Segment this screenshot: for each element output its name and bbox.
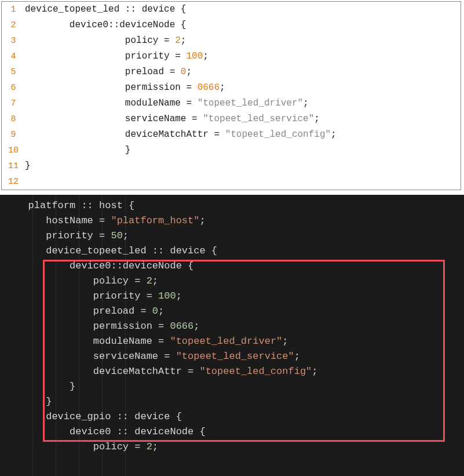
line-number: 4	[2, 49, 25, 64]
code-line: permission = 0666;	[10, 319, 464, 334]
dark-code: platform :: host { hostName = "platform_…	[10, 198, 464, 455]
code-line: preload = 0;	[25, 64, 461, 80]
line-number: 3	[2, 33, 25, 49]
code-line: }	[25, 158, 461, 174]
code-line: policy = 2;	[25, 33, 461, 49]
code-line: device_topeet_led :: device {	[10, 244, 464, 259]
line-number: 5	[2, 64, 25, 80]
line-number: 8	[2, 111, 25, 127]
code-line: device0 :: deviceNode {	[10, 424, 464, 439]
light-gutter: 123456789101112	[2, 2, 25, 190]
code-line: moduleName = "topeet_led_driver";	[10, 334, 464, 349]
code-line: }	[10, 379, 464, 394]
code-line: device0::deviceNode {	[10, 259, 464, 274]
line-number: 11	[2, 158, 25, 174]
code-line: device0::deviceNode {	[25, 17, 461, 33]
light-code-block: 123456789101112 device_topeet_led :: dev…	[1, 1, 461, 190]
line-number: 6	[2, 80, 25, 96]
code-line: }	[25, 143, 461, 158]
code-line: preload = 0;	[10, 304, 464, 319]
code-line: policy = 2;	[10, 274, 464, 289]
code-line: }	[10, 394, 464, 409]
dark-code-editor: platform :: host { hostName = "platform_…	[0, 195, 464, 476]
line-number: 10	[2, 143, 25, 158]
code-line: device_gpio :: device {	[10, 409, 464, 424]
light-code: device_topeet_led :: device { device0::d…	[25, 2, 461, 190]
code-line: deviceMatchAttr = "topeet_led_config";	[25, 127, 461, 143]
code-line: priority = 50;	[10, 228, 464, 244]
code-line: policy = 2;	[10, 439, 464, 455]
code-line: device_topeet_led :: device {	[25, 2, 461, 17]
code-line: priority = 100;	[10, 289, 464, 304]
code-line: permission = 0666;	[25, 80, 461, 96]
code-line: moduleName = "topeet_led_driver";	[25, 96, 461, 111]
line-number: 9	[2, 127, 25, 143]
line-number: 12	[2, 174, 25, 190]
code-line: serviceName = "topeet_led_service";	[25, 111, 461, 127]
code-line: deviceMatchAttr = "topeet_led_config";	[10, 364, 464, 379]
code-line: serviceName = "topeet_led_service";	[10, 349, 464, 364]
code-line: platform :: host {	[10, 198, 464, 213]
code-line: priority = 100;	[25, 49, 461, 64]
line-number: 7	[2, 96, 25, 111]
code-line: hostName = "platform_host";	[10, 213, 464, 228]
line-number: 2	[2, 17, 25, 33]
line-number: 1	[2, 2, 25, 17]
